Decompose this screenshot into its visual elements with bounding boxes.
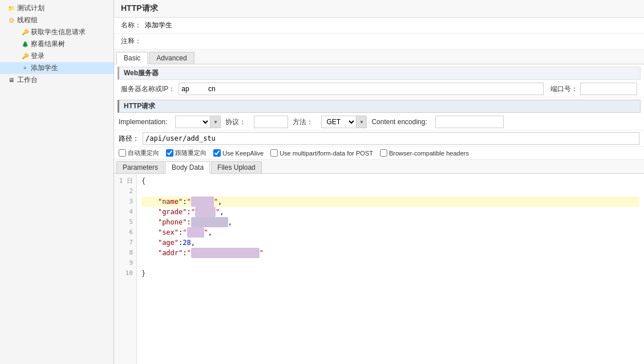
folder-icon: 📁 (7, 4, 16, 13)
code-line-7: "age":28, (141, 238, 639, 248)
line-num-9: 9 (114, 258, 133, 268)
content-encoding-input[interactable] (435, 116, 504, 128)
add-icon: + (21, 64, 30, 73)
comment-row: 注释： (114, 34, 644, 50)
sidebar-item-thread-group[interactable]: ⚙ 线程组 (0, 14, 114, 26)
auto-redirect-checkbox[interactable] (119, 149, 126, 157)
comment-label: 注释： (121, 36, 141, 46)
code-line-5: "phone": , (141, 217, 639, 227)
code-line-2 (141, 186, 639, 197)
impl-dropdown-btn[interactable]: ▼ (210, 116, 220, 128)
sidebar-item-label: 获取学生信息请求 (31, 27, 86, 37)
line-num-8: 8 (114, 248, 133, 258)
checkbox-keepalive[interactable]: Use KeepAlive (213, 149, 264, 157)
code-line-9 (141, 258, 639, 268)
http-request-panel: HTTP请求 名称： 注释： Basic Advanced Web服务器 服务器… (114, 0, 644, 364)
tree-icon: 🌲 (21, 40, 30, 49)
line-num-6: 6 (114, 227, 133, 238)
code-line-4: "grade":" ", (141, 207, 639, 217)
main-tabs-bar: Basic Advanced (114, 50, 644, 64)
auto-redirect-label: 自动重定向 (128, 149, 159, 157)
follow-redirect-label: 跟随重定向 (175, 149, 206, 157)
line-num-10: 10 (114, 268, 133, 279)
multipart-label: Use multipart/form-data for POST (280, 150, 373, 157)
comment-input[interactable] (145, 38, 637, 46)
panel-title: HTTP请求 (114, 0, 644, 18)
sidebar-item-label: 登录 (31, 51, 44, 61)
impl-label: Implementation: (119, 118, 167, 126)
sidebar-item-workbench[interactable]: 🖥 工作台 (0, 74, 114, 86)
protocol-label: 协议： (225, 117, 246, 127)
sidebar-item-label: 测试计划 (17, 3, 44, 13)
impl-select[interactable] (176, 116, 210, 128)
sidebar-item-add-student[interactable]: + 添加学生 (0, 62, 114, 74)
method-dropdown-btn[interactable]: ▼ (356, 116, 366, 128)
line-num-4: 4 (114, 207, 133, 217)
line-num-7: 7 (114, 238, 133, 248)
keepalive-label: Use KeepAlive (222, 150, 264, 157)
code-body[interactable]: { "name":" ", "grade":" ", "phone": , "s… (137, 174, 644, 364)
name-input[interactable] (145, 22, 637, 30)
line-num-5: 5 (114, 217, 133, 227)
server-row: 服务器名称或IP： 端口号： (114, 81, 644, 97)
method-select-wrapper: GET POST PUT DELETE ▼ (321, 116, 367, 128)
code-line-1: { (141, 176, 639, 186)
inner-tabs-bar: Parameters Body Data Files Upload (114, 159, 644, 174)
checkbox-multipart[interactable]: Use multipart/form-data for POST (270, 149, 373, 157)
line-num-1: 1 日 (114, 176, 133, 186)
gear-icon: ⚙ (7, 16, 16, 25)
code-line-10: } (141, 268, 639, 279)
sidebar-item-view-results[interactable]: 🌲 察看结果树 (0, 38, 114, 50)
line-num-2: 2 (114, 186, 133, 197)
code-line-6: "sex":" ", (141, 227, 639, 238)
keepalive-checkbox[interactable] (213, 149, 221, 157)
http-section-header: HTTP请求 (118, 100, 641, 113)
key-icon: 🔑 (21, 52, 30, 61)
sidebar-item-label: 添加学生 (31, 63, 58, 73)
checkbox-auto-redirect[interactable]: 自动重定向 (119, 149, 159, 157)
path-row: 路径： (114, 130, 644, 147)
content-encoding-label: Content encoding: (371, 118, 427, 126)
sidebar-item-get-student[interactable]: 🔑 获取学生信息请求 (0, 26, 114, 38)
server-label: 服务器名称或IP： (121, 84, 175, 94)
code-line-8: "addr":" " (141, 248, 639, 258)
tab-basic[interactable]: Basic (116, 52, 148, 64)
impl-row: Implementation: ▼ 协议： 方法： GET POST PUT D… (114, 114, 644, 130)
sidebar-item-label: 察看结果树 (31, 39, 65, 49)
port-input[interactable] (580, 83, 637, 95)
path-input[interactable] (143, 132, 639, 145)
tab-parameters[interactable]: Parameters (116, 161, 164, 173)
key-icon: 🔑 (21, 28, 30, 37)
code-editor: 1 日 2 3 4 5 6 7 8 9 10 { "name":" ", "gr… (114, 174, 644, 364)
checkbox-browser-compat[interactable]: Browser-compatible headers (380, 149, 469, 157)
multipart-checkbox[interactable] (270, 149, 278, 157)
checkbox-row: 自动重定向 跟随重定向 Use KeepAlive Use multipart/… (114, 147, 644, 159)
browser-compat-checkbox[interactable] (380, 149, 387, 157)
name-row: 名称： (114, 18, 644, 34)
method-label: 方法： (293, 117, 313, 127)
method-select[interactable]: GET POST PUT DELETE (322, 116, 356, 128)
monitor-icon: 🖥 (7, 76, 16, 85)
impl-select-wrapper: ▼ (175, 116, 221, 128)
code-line-3: "name":" ", (141, 197, 639, 207)
browser-compat-label: Browser-compatible headers (389, 150, 469, 157)
web-server-section-header: Web服务器 (118, 67, 641, 80)
main-panel: HTTP请求 名称： 注释： Basic Advanced Web服务器 服务器… (114, 0, 644, 364)
checkbox-follow-redirect[interactable]: 跟随重定向 (166, 149, 206, 157)
tab-body-data[interactable]: Body Data (165, 161, 210, 174)
tab-advanced[interactable]: Advanced (149, 52, 194, 64)
protocol-input[interactable] (254, 116, 288, 128)
sidebar-item-label: 线程组 (17, 15, 38, 25)
line-numbers: 1 日 2 3 4 5 6 7 8 9 10 (114, 174, 137, 364)
server-input[interactable] (179, 83, 544, 95)
tab-files-upload[interactable]: Files Upload (211, 161, 262, 173)
sidebar: 📁 测试计划 ⚙ 线程组 🔑 获取学生信息请求 🌲 察看结果树 🔑 登录 + 添… (0, 0, 114, 364)
port-label: 端口号： (550, 84, 578, 94)
name-label: 名称： (121, 21, 141, 30)
sidebar-item-test-plan[interactable]: 📁 测试计划 (0, 2, 114, 14)
line-num-3: 3 (114, 197, 133, 207)
path-label: 路径： (119, 134, 139, 144)
follow-redirect-checkbox[interactable] (166, 149, 173, 157)
sidebar-item-login[interactable]: 🔑 登录 (0, 50, 114, 62)
sidebar-item-label: 工作台 (17, 75, 38, 85)
